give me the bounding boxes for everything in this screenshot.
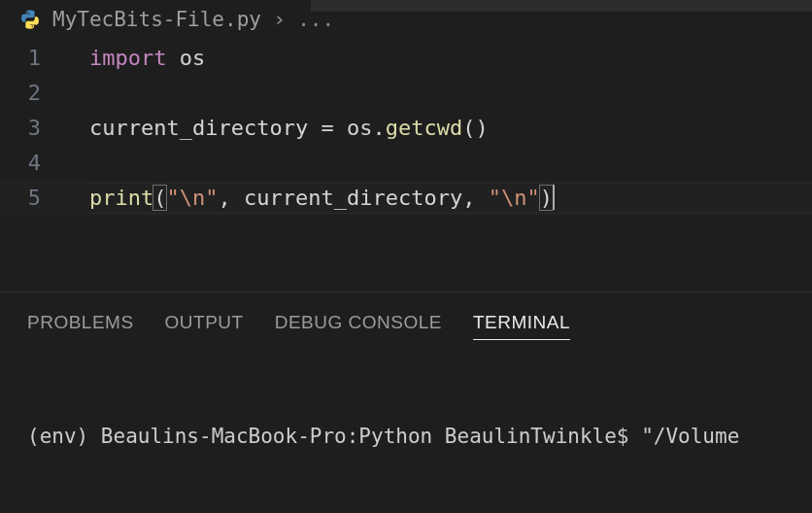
tab-terminal[interactable]: TERMINAL bbox=[473, 312, 570, 340]
tab-output[interactable]: OUTPUT bbox=[165, 312, 244, 340]
line-number: 2 bbox=[0, 76, 68, 111]
code-line[interactable]: 2 bbox=[0, 76, 812, 111]
code-content[interactable]: import os bbox=[68, 41, 205, 76]
line-number: 1 bbox=[0, 41, 68, 76]
panel-tab-bar: PROBLEMS OUTPUT DEBUG CONSOLE TERMINAL bbox=[0, 292, 812, 348]
code-line[interactable]: 5 print("\n", current_directory, "\n") bbox=[0, 181, 812, 216]
inactive-tab-strip bbox=[311, 0, 812, 12]
chevron-right-icon: › bbox=[273, 9, 286, 30]
terminal-output[interactable]: (env) Beaulins-MacBook-Pro:Python Beauli… bbox=[0, 348, 812, 513]
tab-problems[interactable]: PROBLEMS bbox=[27, 312, 134, 340]
code-line[interactable]: 1 import os bbox=[0, 41, 812, 76]
code-line[interactable]: 4 bbox=[0, 146, 812, 181]
python-file-icon bbox=[19, 9, 41, 30]
line-number: 3 bbox=[0, 111, 68, 146]
bracket-open: ( bbox=[152, 185, 167, 211]
code-editor[interactable]: 1 import os 2 3 current_directory = os.g… bbox=[0, 41, 812, 216]
code-content[interactable]: print("\n", current_directory, "\n") bbox=[68, 181, 555, 216]
line-number: 4 bbox=[0, 146, 68, 181]
bracket-close: ) bbox=[539, 185, 554, 211]
bottom-panel: PROBLEMS OUTPUT DEBUG CONSOLE TERMINAL (… bbox=[0, 291, 812, 513]
text-cursor bbox=[553, 185, 555, 210]
terminal-line: (env) Beaulins-MacBook-Pro:Python Beauli… bbox=[27, 421, 795, 453]
breadcrumb-filename[interactable]: MyTecBits-File.py bbox=[52, 8, 261, 31]
code-line[interactable]: 3 current_directory = os.getcwd() bbox=[0, 111, 812, 146]
tab-debug-console[interactable]: DEBUG CONSOLE bbox=[275, 312, 442, 340]
code-content[interactable]: current_directory = os.getcwd() bbox=[68, 111, 489, 146]
line-number: 5 bbox=[0, 181, 68, 216]
